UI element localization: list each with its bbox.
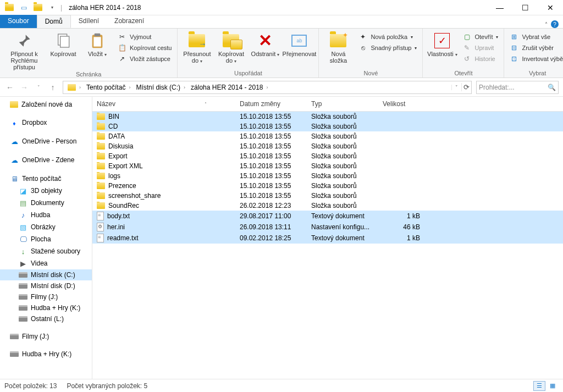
table-row[interactable]: CD15.10.2018 13:55Složka souborů — [92, 122, 563, 131]
qat-properties-icon[interactable]: ▭ — [18, 2, 30, 14]
chevron-icon[interactable]: › — [128, 85, 131, 90]
table-row[interactable]: BIN15.10.2018 13:55Složka souborů — [92, 112, 563, 122]
new-folder-button[interactable]: Nová složka — [322, 31, 354, 64]
table-row[interactable]: Prezence15.10.2018 13:55Složka souborů — [92, 181, 563, 191]
tree-item[interactable]: Ostatní (L:) — [0, 313, 92, 324]
tree-item[interactable]: Místní disk (D:) — [0, 280, 92, 291]
group-organize: Přesunout do ▾ Kopírovat do ▾ ✕ Odstrani… — [178, 29, 319, 78]
cut-button[interactable]: ✂Vyjmout — [115, 32, 174, 42]
maximize-button[interactable]: ☐ — [512, 0, 538, 15]
qat-dropdown-icon[interactable]: ▾ — [46, 2, 58, 14]
paste-button[interactable]: Vložit ▾ — [81, 31, 113, 58]
delete-button[interactable]: ✕ Odstranit ▾ — [249, 31, 281, 58]
nav-tree[interactable]: Založení nové da ⬧Dropbox ☁OneDrive - Pe… — [0, 97, 92, 379]
folder-icon — [97, 202, 105, 209]
table-row[interactable]: readme.txt09.02.2012 18:25Textový dokume… — [92, 233, 563, 244]
open-button[interactable]: ▢Otevřít ▾ — [460, 32, 500, 42]
properties-button[interactable]: ✓ Vlastnosti ▾ — [426, 31, 458, 58]
tree-item[interactable]: ↓Stažené soubory — [0, 245, 92, 257]
edit-button[interactable]: ✎Upravit — [460, 43, 500, 53]
view-large-button[interactable]: ▦ — [547, 381, 559, 391]
table-row[interactable]: Export XML15.10.2018 13:55Složka souborů — [92, 161, 563, 171]
tree-item[interactable]: 🖵Plocha — [0, 233, 92, 245]
history-button[interactable]: ↺Historie — [460, 54, 500, 64]
tree-item[interactable]: Filmy (J:) — [0, 291, 92, 302]
col-size[interactable]: Velikost — [383, 100, 427, 108]
file-icon — [97, 234, 104, 242]
column-headers[interactable]: Název˄ Datum změny Typ Velikost — [92, 97, 563, 112]
search-input[interactable]: Prohledat:... 🔍 — [476, 81, 559, 94]
collapse-ribbon-icon[interactable]: ˄ — [545, 21, 548, 27]
table-row[interactable]: body.txt29.08.2017 11:00Textový dokument… — [92, 211, 563, 222]
nav-recent-button[interactable]: ˅ — [33, 82, 44, 93]
pin-button[interactable]: Připnout k Rychlému přístupu — [3, 31, 45, 70]
qat-newfolder-icon[interactable] — [32, 2, 44, 14]
col-name[interactable]: Název˄ — [97, 100, 240, 108]
copy-button[interactable]: Kopírovat — [47, 31, 79, 57]
chevron-icon[interactable]: › — [183, 85, 186, 90]
table-row[interactable]: Export15.10.2018 13:55Složka souborů — [92, 151, 563, 161]
chevron-icon[interactable]: › — [265, 85, 269, 90]
address-dropdown-icon[interactable]: ˅ — [451, 85, 461, 90]
paste-shortcut-button[interactable]: ↗Vložit zástupce — [115, 54, 174, 64]
nav-up-button[interactable]: ↑ — [47, 82, 58, 93]
copy-icon — [54, 32, 72, 49]
nav-back-button[interactable]: ← — [4, 82, 15, 93]
tree-item-dropbox[interactable]: ⬧Dropbox — [0, 117, 92, 129]
chevron-icon[interactable]: › — [78, 85, 82, 90]
breadcrumb[interactable]: Tento počítač — [82, 84, 128, 91]
close-button[interactable]: ✕ — [538, 0, 563, 15]
drive-icon — [10, 351, 19, 357]
tree-item[interactable]: ♪Hudba — [0, 209, 92, 221]
breadcrumb[interactable]: záloha HER 2014 - 2018 — [186, 84, 265, 91]
dropbox-icon: ⬧ — [10, 118, 19, 127]
select-none-button[interactable]: ⊟Zrušit výběr — [507, 43, 563, 53]
easy-access-button[interactable]: ⎋Snadný přístup ▾ — [356, 43, 419, 53]
tree-item[interactable]: ▶Videa — [0, 257, 92, 269]
tree-item-disk-c[interactable]: Místní disk (C:) — [0, 269, 92, 280]
file-list[interactable]: Název˄ Datum změny Typ Velikost BIN15.10… — [92, 97, 563, 379]
table-row[interactable]: screenshot_share15.10.2018 13:55Složka s… — [92, 191, 563, 201]
tree-item-onedrive[interactable]: ☁OneDrive - Person — [0, 135, 92, 147]
file-name: logs — [108, 172, 120, 180]
col-date[interactable]: Datum změny — [240, 100, 311, 108]
address-bar[interactable]: › Tento počítač › Místní disk (C:) › zál… — [63, 81, 472, 94]
tree-item[interactable]: ▤Dokumenty — [0, 197, 92, 209]
refresh-icon[interactable]: ⟳ — [461, 83, 471, 91]
table-row[interactable]: SoundRec26.02.2018 12:23Složka souborů — [92, 201, 563, 211]
tree-item[interactable]: Hudba + Hry (K:) — [0, 349, 92, 360]
copy-path-button[interactable]: 📋Kopírovat cestu — [115, 43, 174, 53]
view-details-button[interactable]: ☰ — [533, 381, 545, 391]
crumb-root-icon[interactable] — [63, 84, 78, 91]
col-type[interactable]: Typ — [311, 100, 383, 108]
tab-view[interactable]: Zobrazení — [107, 15, 152, 28]
breadcrumb[interactable]: Místní disk (C:) — [131, 84, 183, 91]
help-icon[interactable]: ? — [551, 20, 559, 28]
tree-item[interactable]: ◪3D objekty — [0, 185, 92, 197]
tree-item[interactable]: Založení nové da — [0, 99, 92, 110]
nav-forward-button[interactable]: → — [19, 82, 30, 93]
tab-share[interactable]: Sdílení — [71, 15, 107, 28]
table-row[interactable]: DATA15.10.2018 13:55Složka souborů — [92, 131, 563, 141]
delete-icon: ✕ — [256, 32, 274, 49]
table-row[interactable]: her.ini26.09.2018 13:11Nastavení konfigu… — [92, 222, 563, 233]
invert-selection-button[interactable]: ⊡Invertovat výběr — [507, 54, 563, 64]
table-row[interactable]: Diskusia15.10.2018 13:55Složka souborů — [92, 141, 563, 151]
table-row[interactable]: logs15.10.2018 13:55Složka souborů — [92, 171, 563, 181]
file-date: 15.10.2018 13:55 — [240, 123, 311, 130]
select-all-button[interactable]: ⊞Vybrat vše — [507, 32, 563, 42]
tree-item[interactable]: ▧Obrázky — [0, 221, 92, 233]
copy-to-button[interactable]: Kopírovat do ▾ — [215, 31, 247, 65]
tree-item[interactable]: Hudba + Hry (K:) — [0, 302, 92, 313]
tree-item-this-pc[interactable]: 🖥Tento počítač — [0, 173, 92, 185]
minimize-button[interactable]: — — [487, 0, 512, 15]
rename-button[interactable]: Přejmenovat — [283, 31, 315, 57]
tab-home[interactable]: Domů — [37, 15, 71, 28]
new-item-button[interactable]: ✦Nová položka ▾ — [356, 32, 419, 42]
tree-item-onedrive[interactable]: ☁OneDrive - Zdene — [0, 154, 92, 166]
tab-file[interactable]: Soubor — [0, 15, 37, 28]
tree-item[interactable]: Filmy (J:) — [0, 331, 92, 342]
move-to-button[interactable]: Přesunout do ▾ — [181, 31, 213, 65]
copy-to-icon — [222, 32, 240, 49]
folder-icon — [97, 183, 105, 189]
